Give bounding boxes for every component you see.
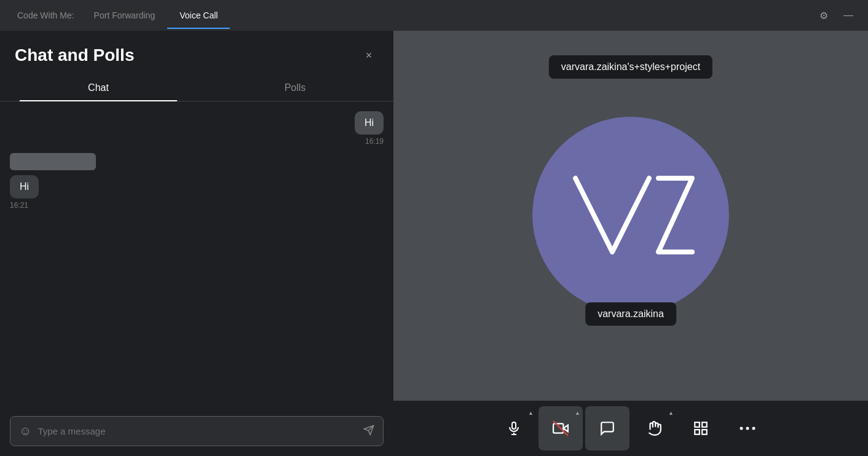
svg-point-11 — [740, 427, 743, 430]
chat-input-area: ☺ — [0, 409, 393, 456]
titlebar-tabs: Code With Me: Port Forwarding Voice Call — [10, 2, 814, 29]
settings-icon[interactable]: ⚙ — [814, 6, 834, 25]
chat-toggle-button[interactable] — [585, 406, 629, 450]
send-button[interactable] — [363, 425, 374, 438]
chat-panel-title: Chat and Polls — [15, 45, 134, 65]
chat-header: Chat and Polls × — [0, 31, 393, 65]
more-options-button[interactable] — [725, 406, 770, 450]
tab-polls[interactable]: Polls — [197, 75, 393, 101]
svg-rect-2 — [512, 422, 516, 429]
message-time-incoming: 16:21 — [10, 201, 28, 210]
svg-point-12 — [746, 427, 749, 430]
camera-off-icon — [553, 420, 569, 436]
voice-panel: varvara.zaikina's+styles+project varvara… — [393, 31, 868, 456]
room-name-badge: varvara.zaikina's+styles+project — [549, 55, 712, 79]
camera-chevron-icon[interactable]: ▲ — [575, 410, 580, 416]
hand-chevron-icon[interactable]: ▲ — [668, 410, 674, 416]
chat-tabs: Chat Polls — [0, 75, 393, 101]
mic-chevron-icon[interactable]: ▲ — [528, 410, 534, 416]
message-avatar — [10, 153, 96, 170]
svg-rect-8 — [702, 422, 707, 427]
message-time-outgoing: 16:19 — [365, 137, 384, 146]
tab-chat[interactable]: Chat — [0, 75, 197, 101]
control-bar: ▲ ▲ — [393, 401, 868, 456]
titlebar: Code With Me: Port Forwarding Voice Call… — [0, 0, 868, 31]
hand-control-group: ▲ — [632, 406, 676, 450]
chat-messages: Hi 16:19 Hi 16:21 — [0, 101, 393, 409]
avatar-circle — [532, 117, 729, 313]
svg-point-13 — [752, 427, 756, 430]
message-bubble-outgoing: Hi — [355, 111, 384, 135]
mic-control-group: ▲ — [492, 406, 536, 450]
camera-control-group: ▲ — [539, 406, 583, 450]
message-bubble-incoming: Hi — [10, 175, 39, 199]
user-name-badge: varvara.zaikina — [585, 302, 676, 326]
avatar-container: varvara.zaikina — [532, 117, 729, 313]
svg-rect-10 — [702, 430, 707, 434]
minimize-icon[interactable]: — — [838, 6, 858, 25]
vz-logo-icon — [563, 166, 698, 264]
svg-rect-7 — [695, 422, 700, 427]
tab-voice-call[interactable]: Voice Call — [167, 2, 230, 29]
close-chat-button[interactable]: × — [359, 45, 379, 65]
main-content: Chat and Polls × Chat Polls Hi 16:19 Hi … — [0, 31, 868, 456]
message-input[interactable] — [37, 426, 357, 436]
svg-rect-9 — [695, 430, 700, 434]
emoji-button[interactable]: ☺ — [19, 424, 31, 438]
message-outgoing: Hi 16:19 — [355, 111, 384, 146]
chat-input-box: ☺ — [10, 416, 384, 446]
grid-layout-button[interactable] — [679, 406, 723, 450]
chat-control-group — [585, 406, 629, 450]
tab-port-forwarding[interactable]: Port Forwarding — [82, 2, 168, 29]
app-label: Code With Me: — [10, 2, 82, 29]
chat-panel: Chat and Polls × Chat Polls Hi 16:19 Hi … — [0, 31, 393, 456]
titlebar-icons: ⚙ — — [814, 6, 858, 25]
message-incoming: Hi 16:21 — [10, 153, 96, 210]
